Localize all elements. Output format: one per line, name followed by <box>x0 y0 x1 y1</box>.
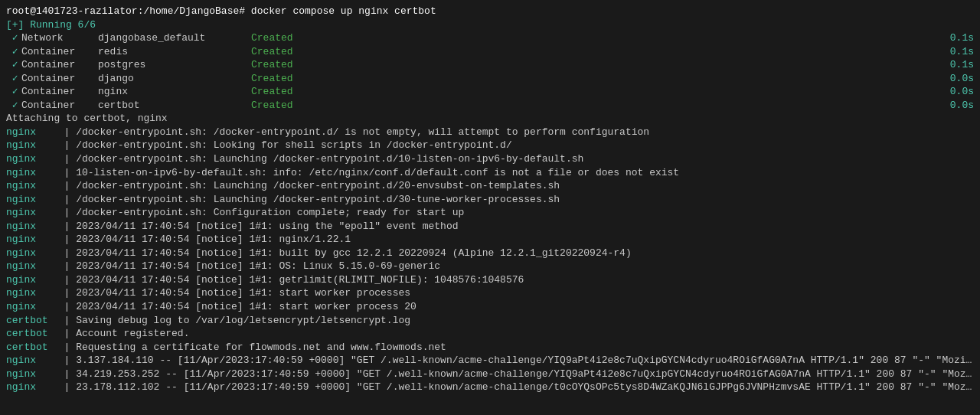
status-row: ✓ Network djangobase_default Created0.1s <box>6 31 974 45</box>
nginx-label: nginx <box>6 126 52 139</box>
log-message: | /docker-entrypoint.sh: Looking for she… <box>52 139 512 152</box>
terminal-window: root@1401723-razilator:/home/DjangoBase#… <box>0 0 980 415</box>
certbot-label: certbot <box>6 341 52 355</box>
row-status: Created <box>251 45 312 59</box>
log-line: nginx | 2023/04/11 17:40:54 [notice] 1#1… <box>6 220 974 234</box>
nginx-label: nginx <box>6 139 52 152</box>
nginx-label: nginx <box>6 273 52 287</box>
check-icon: ✓ <box>6 58 21 72</box>
row-name: django <box>98 72 251 86</box>
log-line: nginx | /docker-entrypoint.sh: Looking f… <box>6 139 974 152</box>
log-line: nginx | 34.219.253.252 -- [11/Apr/2023:1… <box>6 368 974 381</box>
nginx-label: nginx <box>6 354 52 368</box>
log-line: nginx | 2023/04/11 17:40:54 [notice] 1#1… <box>6 233 974 247</box>
check-icon: ✓ <box>6 85 21 99</box>
row-type: Container <box>21 72 98 86</box>
row-type: Container <box>21 45 98 59</box>
log-line: nginx | 2023/04/11 17:40:54 [notice] 1#1… <box>6 260 974 273</box>
log-line: nginx | /docker-entrypoint.sh: Launching… <box>6 193 974 207</box>
status-rows: ✓ Network djangobase_default Created0.1s… <box>6 31 974 112</box>
row-time: 0.0s <box>950 72 974 86</box>
log-lines: nginx | /docker-entrypoint.sh: /docker-e… <box>6 126 974 394</box>
certbot-label: certbot <box>6 327 52 341</box>
log-message: | 23.178.112.102 -- [11/Apr/2023:17:40:5… <box>52 381 974 394</box>
row-status: Created <box>251 72 312 86</box>
row-status: Created <box>251 31 312 45</box>
row-time: 0.0s <box>950 85 974 99</box>
log-message: | 34.219.253.252 -- [11/Apr/2023:17:40:5… <box>52 368 974 381</box>
check-icon: ✓ <box>6 45 21 59</box>
row-type: Container <box>21 99 98 113</box>
log-line: certbot | Saving debug log to /var/log/l… <box>6 314 974 328</box>
log-line: nginx | 2023/04/11 17:40:54 [notice] 1#1… <box>6 273 974 287</box>
nginx-label: nginx <box>6 179 52 193</box>
nginx-label: nginx <box>6 368 52 381</box>
row-time: 0.0s <box>950 99 974 113</box>
log-message: | Account registered. <box>52 327 189 341</box>
running-status: [+] Running 6/6 <box>6 18 974 32</box>
row-type: Container <box>21 58 98 72</box>
log-message: | 2023/04/11 17:40:54 [notice] 1#1: star… <box>52 300 416 314</box>
row-name: postgres <box>98 58 251 72</box>
log-line: nginx | /docker-entrypoint.sh: Configura… <box>6 206 974 220</box>
status-row: ✓ Container certbot Created0.0s <box>6 99 974 113</box>
log-line: nginx | /docker-entrypoint.sh: Launching… <box>6 152 974 166</box>
log-line: nginx | 2023/04/11 17:40:54 [notice] 1#1… <box>6 300 974 314</box>
log-line: nginx | 23.178.112.102 -- [11/Apr/2023:1… <box>6 381 974 394</box>
nginx-label: nginx <box>6 193 52 207</box>
nginx-label: nginx <box>6 247 52 260</box>
log-message: | /docker-entrypoint.sh: Launching /dock… <box>52 179 560 193</box>
certbot-label: certbot <box>6 314 52 328</box>
log-line: certbot | Requesting a certificate for f… <box>6 341 974 355</box>
log-message: | Requesting a certificate for flowmods.… <box>52 341 446 355</box>
check-icon: ✓ <box>6 99 21 113</box>
row-time: 0.1s <box>950 45 974 59</box>
log-line: certbot | Account registered. <box>6 327 974 341</box>
log-message: | /docker-entrypoint.sh: /docker-entrypo… <box>52 126 649 139</box>
nginx-label: nginx <box>6 152 52 166</box>
log-message: | 2023/04/11 17:40:54 [notice] 1#1: getr… <box>52 273 524 287</box>
nginx-label: nginx <box>6 206 52 220</box>
row-name: nginx <box>98 85 251 99</box>
command-line: root@1401723-razilator:/home/DjangoBase#… <box>6 5 974 18</box>
nginx-label: nginx <box>6 166 52 180</box>
log-line: nginx | 2023/04/11 17:40:54 [notice] 1#1… <box>6 286 974 300</box>
log-message: | 2023/04/11 17:40:54 [notice] 1#1: star… <box>52 286 410 300</box>
row-type: Network <box>21 31 98 45</box>
row-time: 0.1s <box>950 58 974 72</box>
nginx-label: nginx <box>6 300 52 314</box>
log-message: | 2023/04/11 17:40:54 [notice] 1#1: usin… <box>52 220 459 234</box>
log-message: | 10-listen-on-ipv6-by-default.sh: info:… <box>52 166 679 180</box>
status-row: ✓ Container postgres Created0.1s <box>6 58 974 72</box>
row-time: 0.1s <box>950 31 974 45</box>
status-row: ✓ Container redis Created0.1s <box>6 45 974 59</box>
log-line: nginx | 2023/04/11 17:40:54 [notice] 1#1… <box>6 247 974 260</box>
status-row: ✓ Container nginx Created0.0s <box>6 85 974 99</box>
row-name: certbot <box>98 99 251 113</box>
log-message: | /docker-entrypoint.sh: Launching /dock… <box>52 193 560 207</box>
log-message: | 2023/04/11 17:40:54 [notice] 1#1: ngin… <box>52 233 351 247</box>
log-message: | /docker-entrypoint.sh: Launching /dock… <box>52 152 583 166</box>
nginx-label: nginx <box>6 233 52 247</box>
nginx-label: nginx <box>6 381 52 394</box>
row-status: Created <box>251 58 312 72</box>
nginx-label: nginx <box>6 286 52 300</box>
check-icon: ✓ <box>6 72 21 86</box>
log-message: | 2023/04/11 17:40:54 [notice] 1#1: OS: … <box>52 260 440 273</box>
log-line: nginx | 3.137.184.110 -- [11/Apr/2023:17… <box>6 354 974 368</box>
check-icon: ✓ <box>6 31 21 45</box>
log-message: | 3.137.184.110 -- [11/Apr/2023:17:40:59… <box>52 354 974 368</box>
row-name: redis <box>98 45 251 59</box>
log-message: | 2023/04/11 17:40:54 [notice] 1#1: buil… <box>52 247 632 260</box>
log-line: nginx | /docker-entrypoint.sh: Launching… <box>6 179 974 193</box>
status-row: ✓ Container django Created0.0s <box>6 72 974 86</box>
log-line: nginx | /docker-entrypoint.sh: /docker-e… <box>6 126 974 139</box>
log-message: | /docker-entrypoint.sh: Configuration c… <box>52 206 464 220</box>
log-line: nginx | 10-listen-on-ipv6-by-default.sh:… <box>6 166 974 180</box>
row-status: Created <box>251 99 312 113</box>
log-message: | Saving debug log to /var/log/letsencry… <box>52 314 410 328</box>
row-status: Created <box>251 85 312 99</box>
nginx-label: nginx <box>6 220 52 234</box>
row-name: djangobase_default <box>98 31 251 45</box>
nginx-label: nginx <box>6 260 52 273</box>
